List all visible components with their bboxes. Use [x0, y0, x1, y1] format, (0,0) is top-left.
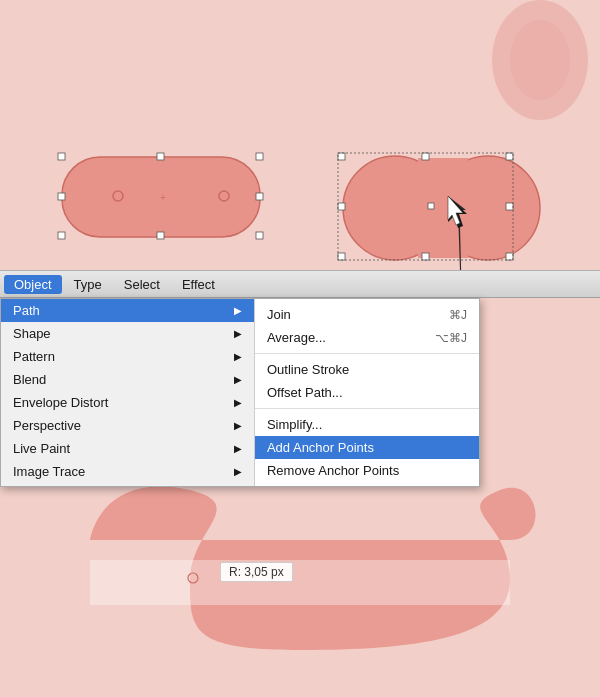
dropdown-item-imagetrace[interactable]: Image Trace ▶ [1, 460, 254, 483]
menu-item-type[interactable]: Type [64, 275, 112, 294]
dropdown-item-simplify[interactable]: Simplify... [255, 413, 479, 436]
dropdown-item-add-anchor[interactable]: Add Anchor Points [255, 436, 479, 459]
menu-item-object[interactable]: Object [4, 275, 62, 294]
dropdown-left-column: Path ▶ Shape ▶ Pattern ▶ Blend ▶ Envelop… [1, 299, 255, 486]
svg-rect-24 [506, 253, 513, 260]
dropdown-item-offset-path[interactable]: Offset Path... [255, 381, 479, 404]
submenu-arrow: ▶ [234, 305, 242, 316]
svg-rect-17 [338, 153, 345, 160]
svg-rect-20 [338, 203, 345, 210]
svg-rect-27 [90, 560, 510, 605]
svg-rect-8 [58, 232, 65, 239]
dropdown-item-outline-stroke[interactable]: Outline Stroke [255, 358, 479, 381]
svg-rect-23 [422, 253, 429, 260]
submenu-arrow: ▶ [234, 374, 242, 385]
dropdown-item-average[interactable]: Average... ⌥⌘J [255, 326, 479, 349]
dropdown-item-path[interactable]: Path ▶ [1, 299, 254, 322]
svg-rect-5 [256, 153, 263, 160]
svg-point-28 [188, 573, 198, 583]
svg-rect-21 [506, 203, 513, 210]
svg-rect-4 [157, 153, 164, 160]
svg-rect-16 [418, 158, 468, 258]
svg-rect-6 [58, 193, 65, 200]
svg-rect-3 [58, 153, 65, 160]
dropdown-item-blend[interactable]: Blend ▶ [1, 368, 254, 391]
svg-rect-25 [338, 153, 513, 260]
svg-rect-2 [62, 157, 260, 237]
dropdown-item-envelope[interactable]: Envelope Distort ▶ [1, 391, 254, 414]
separator-1 [255, 353, 479, 354]
dimension-tooltip: R: 3,05 px [220, 562, 293, 582]
submenu-arrow: ▶ [234, 328, 242, 339]
svg-text:+: + [160, 192, 166, 203]
svg-rect-22 [338, 253, 345, 260]
svg-point-0 [492, 0, 588, 120]
dropdown-item-remove-anchor[interactable]: Remove Anchor Points [255, 459, 479, 482]
svg-rect-9 [157, 232, 164, 239]
svg-point-11 [113, 191, 123, 201]
dropdown-item-perspective[interactable]: Perspective ▶ [1, 414, 254, 437]
menu-item-effect[interactable]: Effect [172, 275, 225, 294]
menu-bar: Object Type Select Effect [0, 270, 600, 298]
submenu-arrow: ▶ [234, 351, 242, 362]
menu-item-select[interactable]: Select [114, 275, 170, 294]
svg-rect-10 [256, 232, 263, 239]
dropdown-item-livepaint[interactable]: Live Paint ▶ [1, 437, 254, 460]
svg-point-15 [436, 156, 540, 260]
svg-rect-7 [256, 193, 263, 200]
dropdown-menu: Path ▶ Shape ▶ Pattern ▶ Blend ▶ Envelop… [0, 298, 480, 487]
submenu-arrow: ▶ [234, 420, 242, 431]
canvas: + [0, 0, 600, 697]
svg-rect-19 [506, 153, 513, 160]
svg-point-14 [343, 156, 447, 260]
dropdown-item-pattern[interactable]: Pattern ▶ [1, 345, 254, 368]
separator-2 [255, 408, 479, 409]
dropdown-right-column: Join ⌘J Average... ⌥⌘J Outline Stroke Of… [255, 299, 479, 486]
dropdown-item-join[interactable]: Join ⌘J [255, 303, 479, 326]
svg-rect-26 [428, 203, 434, 209]
submenu-arrow: ▶ [234, 397, 242, 408]
submenu-arrow: ▶ [234, 443, 242, 454]
svg-point-1 [510, 20, 570, 100]
dropdown-item-shape[interactable]: Shape ▶ [1, 322, 254, 345]
submenu-arrow: ▶ [234, 466, 242, 477]
svg-point-13 [219, 191, 229, 201]
svg-rect-18 [422, 153, 429, 160]
